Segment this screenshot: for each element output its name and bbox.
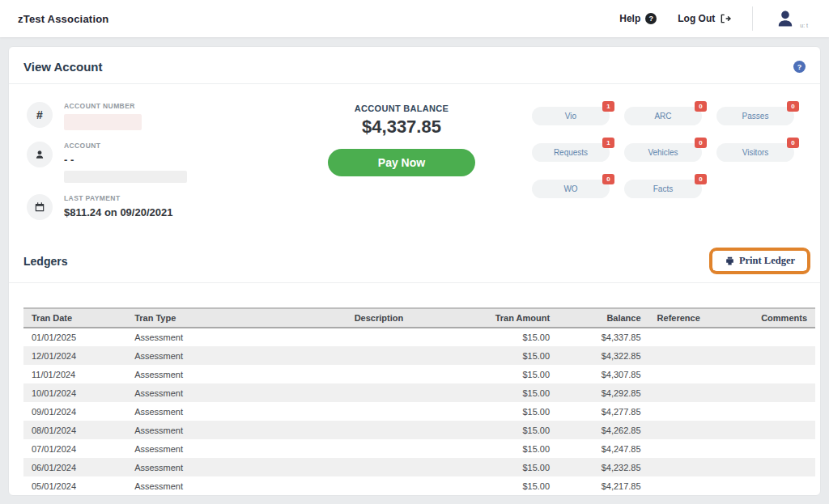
ledger-table-body: 01/01/2025Assessment$15.00$4,337.8512/01… — [23, 328, 815, 496]
table-cell — [308, 439, 411, 458]
table-cell — [308, 458, 411, 476]
table-cell — [649, 383, 712, 402]
last-payment-label: LAST PAYMENT — [64, 194, 172, 202]
table-cell: Assessment — [126, 346, 308, 365]
table-row: 08/01/2024Assessment$15.00$4,262.85 — [23, 421, 815, 439]
table-cell — [649, 439, 712, 458]
ledgers-title: Ledgers — [23, 255, 67, 268]
panel-help-icon[interactable]: ? — [793, 61, 806, 73]
balance-label: ACCOUNT BALANCE — [355, 104, 449, 113]
ledger-table: Tran Date Tran Type Description Tran Amo… — [23, 307, 815, 496]
account-field: ACCOUNT - - — [27, 142, 291, 183]
table-cell — [712, 402, 815, 421]
table-cell — [649, 458, 712, 476]
table-cell — [712, 328, 815, 346]
last-payment-field: LAST PAYMENT $811.24 on 09/20/2021 — [27, 194, 291, 220]
logout-link[interactable]: Log Out — [678, 13, 731, 24]
quick-button-visitors[interactable]: Visitors 0 — [716, 143, 794, 162]
table-cell — [712, 365, 815, 383]
table-cell: $4,232.85 — [558, 458, 648, 476]
table-cell — [712, 346, 815, 365]
table-cell: 05/01/2024 — [23, 476, 126, 495]
avatar[interactable] — [774, 7, 797, 30]
table-cell: $4,217.85 — [558, 476, 648, 495]
column-header-balance: Balance — [558, 308, 648, 328]
quick-button-wo[interactable]: WO 0 — [532, 180, 610, 198]
table-cell — [649, 495, 712, 496]
table-cell — [712, 421, 815, 439]
quick-buttons: Vio 1 ARC 0 Passes 0 Requests 1 Vehicles — [532, 102, 806, 220]
table-cell — [649, 328, 712, 346]
column-header-description: Description — [308, 308, 411, 328]
table-cell: 08/01/2024 — [23, 421, 126, 439]
help-link[interactable]: Help ? — [619, 13, 657, 24]
quick-button-facts[interactable]: Facts 0 — [624, 180, 702, 198]
table-row: 05/01/2024Assessment$15.00$4,217.85 — [23, 476, 815, 495]
table-cell — [308, 476, 411, 495]
header-divider — [752, 6, 753, 31]
account-number-label: ACCOUNT NUMBER — [64, 102, 142, 110]
account-number-redacted-value — [64, 114, 142, 130]
column-header-tran-type: Tran Type — [126, 308, 308, 328]
quick-button-vehicles[interactable]: Vehicles 0 — [624, 143, 702, 162]
table-cell: 11/01/2024 — [23, 365, 126, 383]
table-cell — [712, 458, 815, 476]
quick-button-label: Vio — [565, 112, 576, 121]
quick-button-label: Requests — [554, 148, 588, 157]
table-cell: $15.00 — [411, 421, 558, 439]
quick-button-label: Passes — [742, 112, 769, 121]
table-cell: 09/01/2024 — [23, 402, 126, 421]
table-cell: Assessment — [126, 495, 308, 496]
table-cell — [308, 402, 411, 421]
table-cell: $15.00 — [411, 402, 558, 421]
quick-button-vio[interactable]: Vio 1 — [532, 107, 610, 125]
table-cell: $15.00 — [411, 383, 558, 402]
table-row: 10/01/2024Assessment$15.00$4,292.85 — [23, 383, 815, 402]
print-ledger-label: Print Ledger — [739, 255, 795, 267]
table-row: 04/01/2024Assessment$15.00$4,202.85 — [23, 495, 815, 496]
table-cell: $4,247.85 — [558, 439, 648, 458]
account-value: - - — [64, 154, 187, 166]
quick-button-label: WO — [563, 184, 577, 193]
hash-icon: # — [27, 102, 53, 128]
table-cell: Assessment — [126, 421, 308, 439]
view-account-panel: View Account ? # ACCOUNT NUMBER ACCO — [8, 46, 821, 496]
quick-button-passes[interactable]: Passes 0 — [716, 107, 794, 125]
account-label: ACCOUNT — [64, 142, 187, 150]
table-cell — [308, 383, 411, 402]
table-row: 01/01/2025Assessment$15.00$4,337.85 — [23, 328, 815, 346]
table-row: 06/01/2024Assessment$15.00$4,232.85 — [23, 458, 815, 476]
table-cell: Assessment — [126, 476, 308, 495]
print-ledger-button[interactable]: Print Ledger — [713, 252, 806, 270]
table-cell — [308, 365, 411, 383]
table-cell — [712, 439, 815, 458]
table-cell — [712, 495, 815, 496]
table-cell — [649, 346, 712, 365]
quick-button-arc[interactable]: ARC 0 — [624, 107, 702, 125]
column-header-reference: Reference — [649, 308, 712, 328]
logout-label: Log Out — [678, 13, 715, 24]
table-cell: Assessment — [126, 328, 308, 346]
top-bar: zTest Association Help ? Log Out u: t — [0, 0, 829, 37]
table-cell — [649, 365, 712, 383]
account-redacted-value — [64, 171, 187, 183]
printer-icon — [725, 256, 735, 266]
table-cell: $4,337.85 — [558, 328, 648, 346]
quick-button-badge: 0 — [695, 138, 707, 148]
print-ledger-highlight: Print Ledger — [709, 248, 810, 274]
calendar-icon — [27, 194, 53, 220]
quick-button-requests[interactable]: Requests 1 — [532, 143, 610, 162]
help-label: Help — [619, 13, 640, 24]
table-row: 07/01/2024Assessment$15.00$4,247.85 — [23, 439, 815, 458]
table-cell: $4,322.85 — [558, 346, 648, 365]
person-icon — [27, 142, 53, 167]
quick-button-badge: 0 — [695, 101, 707, 112]
table-cell: 12/01/2024 — [23, 346, 126, 365]
table-cell — [649, 476, 712, 495]
quick-button-badge: 1 — [602, 138, 614, 148]
table-cell: 10/01/2024 — [23, 383, 126, 402]
last-payment-value: $811.24 on 09/20/2021 — [64, 206, 172, 218]
pay-now-button[interactable]: Pay Now — [328, 149, 475, 176]
table-row: 09/01/2024Assessment$15.00$4,277.85 — [23, 402, 815, 421]
table-cell: 01/01/2025 — [23, 328, 126, 346]
